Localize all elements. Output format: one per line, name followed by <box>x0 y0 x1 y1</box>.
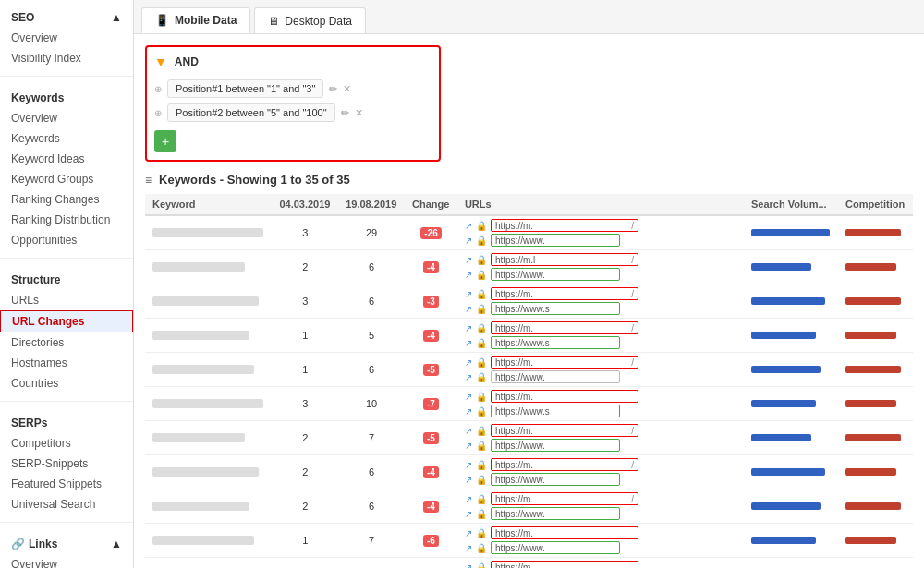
external-link-icon[interactable]: ↗ <box>465 323 472 333</box>
sidebar-item-kw-groups[interactable]: Keyword Groups <box>0 169 133 189</box>
external-link-icon[interactable]: ↗ <box>465 543 472 553</box>
url-row: ↗🔒https://m./ <box>465 356 736 369</box>
url-bar[interactable]: https://m./ <box>491 219 638 232</box>
sidebar-item-featured-snippets[interactable]: Featured Snippets <box>0 474 133 494</box>
url-bar[interactable]: https://www. <box>491 268 620 281</box>
val1-cell: 3 <box>272 284 338 319</box>
sidebar-item-kw-overview[interactable]: Overview <box>0 108 133 128</box>
search-volume-cell <box>744 524 838 558</box>
sidebar-item-kw-ideas[interactable]: Keyword Ideas <box>0 149 133 169</box>
url-bar[interactable]: https://m. <box>491 561 638 568</box>
add-filter-button[interactable]: + <box>154 130 176 152</box>
url-bar[interactable]: https://www. <box>491 370 620 383</box>
tab-desktop-data[interactable]: 🖥 Desktop Data <box>254 7 366 33</box>
url-bar[interactable]: https://www.s <box>491 405 620 417</box>
external-link-icon[interactable]: ↗ <box>465 441 472 451</box>
lock-icon: 🔒 <box>476 255 487 265</box>
filter-edit-1[interactable]: ✏ <box>329 83 337 95</box>
external-link-icon[interactable]: ↗ <box>465 460 472 470</box>
sidebar-item-competitors[interactable]: Competitors <box>0 433 133 453</box>
sidebar-item-links-overview[interactable]: Overview <box>0 554 133 568</box>
url-bar[interactable]: https://www. <box>491 439 620 452</box>
sidebar-item-ranking-changes[interactable]: Ranking Changes <box>0 189 133 210</box>
external-link-icon[interactable]: ↗ <box>465 304 472 314</box>
url-row: ↗🔒https://www.s <box>465 302 736 315</box>
keyword-cell <box>145 319 272 353</box>
url-bar[interactable]: https://m./ <box>491 356 638 369</box>
lock-icon: 🔒 <box>476 460 487 470</box>
structure-section-title: Structure <box>0 270 133 290</box>
filter-edit-2[interactable]: ✏ <box>341 107 349 119</box>
sidebar-item-keywords[interactable]: Keywords <box>0 128 133 149</box>
sidebar-item-directories[interactable]: Directories <box>0 332 133 353</box>
external-link-icon[interactable]: ↗ <box>465 338 472 348</box>
url-bar[interactable]: https://m./ <box>491 321 638 334</box>
filter-delete-1[interactable]: ✕ <box>343 83 351 95</box>
sidebar-item-countries[interactable]: Countries <box>0 373 133 393</box>
tab-mobile-data[interactable]: 📱 Mobile Data <box>141 7 250 33</box>
sidebar-item-ranking-dist[interactable]: Ranking Distribution <box>0 210 133 230</box>
filter-row-2: ⊕ Position#2 between "5" and "100" ✏ ✕ <box>154 101 432 125</box>
external-link-icon[interactable]: ↗ <box>465 236 472 246</box>
col-urls: URLs <box>457 194 744 215</box>
external-link-icon[interactable]: ↗ <box>465 255 472 265</box>
col-date1[interactable]: 04.03.2019 <box>272 194 338 215</box>
url-row: ↗🔒https://m./ <box>465 219 736 232</box>
sidebar-item-urls[interactable]: URLs <box>0 290 133 310</box>
external-link-icon[interactable]: ↗ <box>465 392 472 402</box>
external-link-icon[interactable]: ↗ <box>465 562 472 569</box>
url-row: ↗🔒https://www. <box>465 507 736 520</box>
external-link-icon[interactable]: ↗ <box>465 475 472 485</box>
url-bar[interactable]: https://www.s <box>491 336 620 349</box>
drag-handle-2[interactable]: ⊕ <box>154 108 162 118</box>
col-keyword: Keyword <box>145 194 272 215</box>
url-bar[interactable]: https://m. <box>491 526 638 539</box>
url-bar[interactable]: https://m.l/ <box>491 253 638 266</box>
url-bar[interactable]: https://m. <box>491 390 638 403</box>
url-bar[interactable]: https://m./ <box>491 492 638 505</box>
external-link-icon[interactable]: ↗ <box>465 372 472 382</box>
url-bar[interactable]: https://www. <box>491 473 620 486</box>
col-competition[interactable]: Competition <box>838 194 913 215</box>
url-bar[interactable]: https://www. <box>491 541 620 554</box>
sidebar-item-hostnames[interactable]: Hostnames <box>0 353 133 373</box>
change-badge: -26 <box>420 227 441 239</box>
url-bar[interactable]: https://m./ <box>491 424 638 437</box>
external-link-icon[interactable]: ↗ <box>465 406 472 417</box>
drag-handle-1[interactable]: ⊕ <box>154 84 162 94</box>
url-bar[interactable]: https://www. <box>491 234 620 247</box>
sidebar-item-serp-snippets[interactable]: SERP-Snippets <box>0 453 133 474</box>
external-link-icon[interactable]: ↗ <box>465 528 472 538</box>
external-link-icon[interactable]: ↗ <box>465 494 472 504</box>
keyword-cell <box>145 250 272 284</box>
col-search-volume[interactable]: Search Volum... <box>744 194 838 215</box>
url-bar[interactable]: https://www.s <box>491 302 620 315</box>
external-link-icon[interactable]: ↗ <box>465 426 472 436</box>
keywords-table: Keyword 04.03.2019 19.08.2019 Change URL… <box>145 194 913 568</box>
external-link-icon[interactable]: ↗ <box>465 270 472 280</box>
keyword-cell <box>145 284 272 319</box>
val1-cell: 2 <box>272 421 338 455</box>
external-link-icon[interactable]: ↗ <box>465 221 472 231</box>
sidebar-item-opportunities[interactable]: Opportunities <box>0 230 133 250</box>
competition-cell <box>838 284 913 319</box>
competition-bar <box>845 400 896 407</box>
url-bar[interactable]: https://m./ <box>491 458 638 471</box>
col-date2[interactable]: 19.08.2019 <box>338 194 405 215</box>
lock-icon: 🔒 <box>476 323 487 333</box>
sidebar-item-universal-search[interactable]: Universal Search <box>0 494 133 514</box>
url-bar[interactable]: https://m./ <box>491 287 638 300</box>
sidebar-item-visibility-index[interactable]: Visibility Index <box>0 48 133 68</box>
lock-icon: 🔒 <box>476 270 487 280</box>
url-cell: ↗🔒https://m./↗🔒https://www.s <box>457 319 744 353</box>
url-bar[interactable]: https://www. <box>491 507 620 520</box>
filter-delete-2[interactable]: ✕ <box>355 107 363 119</box>
col-change[interactable]: Change <box>405 194 457 215</box>
val1-cell: 3 <box>272 215 338 250</box>
external-link-icon[interactable]: ↗ <box>465 289 472 299</box>
competition-bar <box>845 502 901 510</box>
external-link-icon[interactable]: ↗ <box>465 357 472 368</box>
sidebar-item-url-changes[interactable]: URL Changes <box>0 310 133 332</box>
sidebar-item-seo-overview[interactable]: Overview <box>0 28 133 48</box>
external-link-icon[interactable]: ↗ <box>465 509 472 519</box>
